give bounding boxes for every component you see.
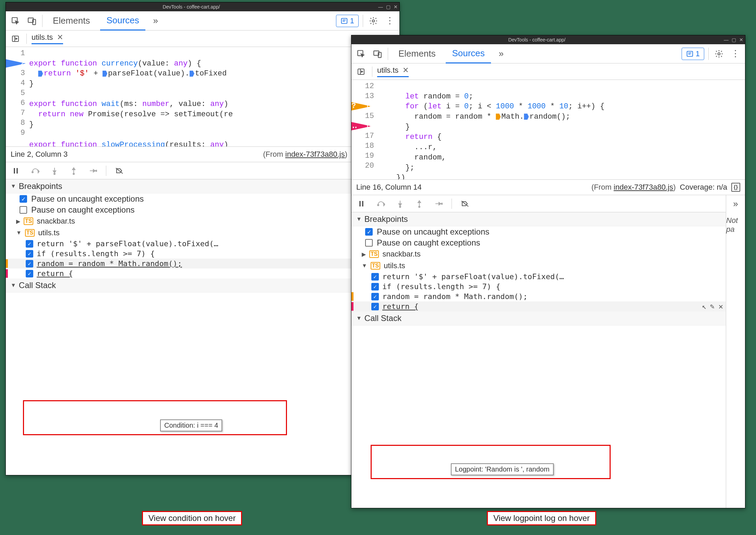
checkbox-icon[interactable]: ✓ <box>20 195 27 203</box>
breakpoint-row[interactable]: ✓ return '$' + parseFloat(value).toFixed… <box>351 272 745 282</box>
line-number[interactable]: 3 <box>21 69 25 78</box>
callstack-section[interactable]: ▼ Call Stack <box>6 278 399 293</box>
callstack-section[interactable]: ▼ Call Stack <box>351 311 745 325</box>
inline-breakpoint-icon[interactable] <box>38 71 43 77</box>
tab-elements[interactable]: Elements <box>392 44 442 63</box>
checkbox-icon[interactable]: ✓ <box>371 273 379 281</box>
more-tabs-icon[interactable]: » <box>149 15 162 27</box>
pretty-print-icon[interactable]: {} <box>731 183 740 192</box>
inline-conditional-icon[interactable] <box>496 114 501 120</box>
inline-breakpoint-icon[interactable] <box>524 114 529 120</box>
breakpoint-file-group[interactable]: ▼ TS utils.ts <box>6 227 399 239</box>
close-button[interactable]: ✕ <box>392 4 399 10</box>
line-number[interactable]: 16 <box>365 122 374 130</box>
inline-breakpoint-icon[interactable] <box>190 71 194 77</box>
code-content[interactable]: let random = 0; for (let i = 0; i < 1000… <box>378 80 604 179</box>
breakpoint-row[interactable]: ✓ random = random * Math.random(); ✎ ✕ 1… <box>6 259 399 269</box>
file-tab[interactable]: utils.ts ✕ <box>377 66 409 77</box>
checkbox-icon[interactable]: ✓ <box>365 228 373 236</box>
breakpoint-file-group[interactable]: ▶ TS snackbar.ts <box>6 215 399 227</box>
breakpoint-row[interactable]: ✓ return '$' + parseFloat(value).toFixed… <box>6 239 399 249</box>
pause-uncaught-row[interactable]: ✓ Pause on uncaught exceptions <box>351 226 745 237</box>
line-number[interactable]: 8 <box>21 119 25 127</box>
pause-caught-row[interactable]: Pause on caught exceptions <box>6 204 399 215</box>
close-button[interactable]: ✕ <box>737 37 745 43</box>
breakpoint-row[interactable]: ✓ if (results.length >= 7) { 10 <box>6 249 399 259</box>
breakpoint-row[interactable]: ✓ random = random * Math.random(); 14 <box>351 292 745 301</box>
minimize-button[interactable]: — <box>377 4 384 10</box>
line-number[interactable]: 2 <box>21 59 25 68</box>
line-number[interactable]: 15 <box>365 112 374 120</box>
remove-icon[interactable]: ✕ <box>719 302 723 311</box>
close-icon[interactable]: ✕ <box>403 66 409 75</box>
settings-icon[interactable] <box>367 15 380 27</box>
settings-icon[interactable] <box>713 48 725 60</box>
breakpoint-row[interactable]: ✓ return { 16 <box>6 269 399 278</box>
checkbox-icon[interactable]: ✓ <box>26 270 33 277</box>
checkbox-icon[interactable] <box>365 239 373 247</box>
line-number[interactable]: 14 <box>365 102 374 110</box>
source-map-link[interactable]: index-73f73a80.js <box>285 150 345 158</box>
device-icon[interactable] <box>26 15 38 27</box>
checkbox-icon[interactable]: ✓ <box>26 260 33 268</box>
checkbox-icon[interactable]: ✓ <box>371 293 379 300</box>
source-map-link[interactable]: index-73f73a80.js <box>614 183 673 191</box>
menu-icon[interactable]: ⋮ <box>729 48 742 60</box>
code-editor[interactable]: 12 13 ?14 15 ‥16 17 18 19 20 let random … <box>351 80 745 179</box>
file-tab[interactable]: utils.ts ✕ <box>32 33 63 44</box>
code-editor[interactable]: 1 2 3 4 5 6 7 8 9 export function curren… <box>6 47 399 146</box>
inline-breakpoint-icon[interactable] <box>103 71 107 77</box>
step-over-icon[interactable] <box>29 165 41 177</box>
expand-icon[interactable]: » <box>733 199 738 209</box>
line-number[interactable]: 1 <box>21 49 25 58</box>
minimize-button[interactable]: — <box>722 37 730 43</box>
close-icon[interactable]: ✕ <box>57 33 63 42</box>
deactivate-breakpoints-icon[interactable] <box>113 165 125 177</box>
line-number[interactable]: 7 <box>21 109 25 117</box>
step-over-icon[interactable] <box>375 198 387 210</box>
more-tabs-icon[interactable]: » <box>495 48 507 60</box>
edit-icon[interactable]: ✎ <box>710 302 715 311</box>
checkbox-icon[interactable]: ✓ <box>26 250 33 258</box>
line-number[interactable]: 12 <box>365 82 374 91</box>
pause-icon[interactable] <box>356 198 368 210</box>
line-number[interactable]: 5 <box>21 89 25 97</box>
tab-sources[interactable]: Sources <box>446 44 491 63</box>
step-icon[interactable] <box>432 198 445 210</box>
line-number[interactable]: 6 <box>21 99 25 107</box>
pause-uncaught-row[interactable]: ✓ Pause on uncaught exceptions <box>6 193 399 204</box>
breakpoints-section[interactable]: ▼ Breakpoints <box>351 212 745 226</box>
breakpoint-row[interactable]: ✓ return { ↖ ✎ ✕ 16 <box>351 301 745 311</box>
menu-icon[interactable]: ⋮ <box>384 15 396 27</box>
line-number[interactable]: 18 <box>365 142 374 150</box>
inspect-icon[interactable] <box>9 15 22 27</box>
breakpoint-file-group[interactable]: ▶ TS snackbar.ts <box>351 248 745 260</box>
maximize-button[interactable]: ▢ <box>730 37 737 43</box>
step-into-icon[interactable] <box>48 165 61 177</box>
issues-badge[interactable]: 1 <box>336 15 359 27</box>
tab-sources[interactable]: Sources <box>100 11 145 31</box>
breakpoints-section[interactable]: ▼ Breakpoints <box>6 179 399 193</box>
line-number[interactable]: 17 <box>365 132 374 140</box>
issues-badge[interactable]: 1 <box>682 48 704 60</box>
line-number[interactable]: 20 <box>365 162 374 170</box>
tab-elements[interactable]: Elements <box>47 11 96 31</box>
code-content[interactable]: export function currency(value: any) { r… <box>29 47 233 146</box>
step-icon[interactable] <box>87 165 99 177</box>
line-number[interactable]: 19 <box>365 152 374 160</box>
pause-caught-row[interactable]: Pause on caught exceptions <box>351 237 745 248</box>
checkbox-icon[interactable]: ✓ <box>26 240 33 248</box>
navigator-toggle-icon[interactable] <box>355 66 367 78</box>
step-out-icon[interactable] <box>413 198 425 210</box>
line-number[interactable]: 13 <box>365 92 374 100</box>
maximize-button[interactable]: ▢ <box>384 4 392 10</box>
breakpoint-file-group[interactable]: ▼ TS utils.ts <box>351 260 745 272</box>
step-out-icon[interactable] <box>68 165 80 177</box>
pause-icon[interactable] <box>10 165 22 177</box>
deactivate-breakpoints-icon[interactable] <box>459 198 471 210</box>
device-icon[interactable] <box>371 48 384 60</box>
navigator-toggle-icon[interactable] <box>9 33 22 45</box>
checkbox-icon[interactable]: ✓ <box>371 283 379 290</box>
line-number[interactable]: 4 <box>21 79 25 87</box>
step-into-icon[interactable] <box>394 198 406 210</box>
